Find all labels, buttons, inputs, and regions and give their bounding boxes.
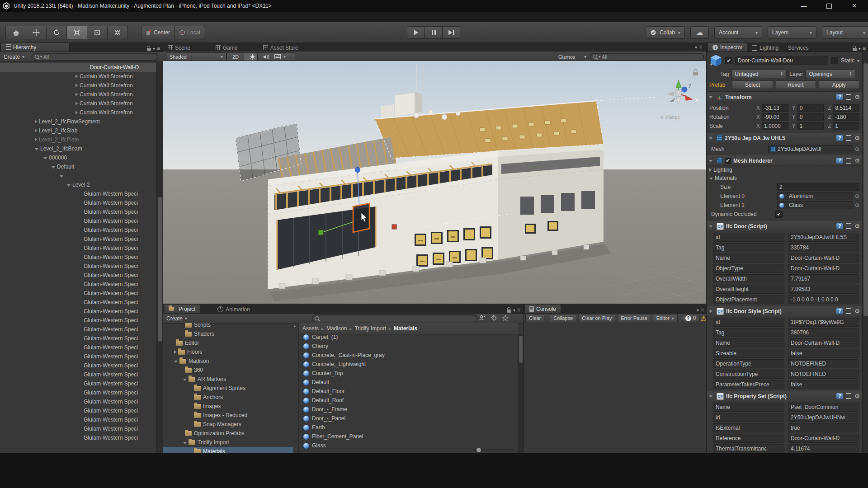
play-button[interactable] — [407, 26, 425, 39]
panel-menu-icon[interactable]: ≡ — [701, 307, 704, 313]
menu-item[interactable] — [36, 12, 45, 22]
object-picker-icon[interactable]: ⊙ — [855, 146, 859, 152]
panel-menu-icon[interactable]: ≡ — [157, 45, 160, 52]
object-picker-icon[interactable]: ⊙ — [855, 202, 859, 208]
property-label[interactable]: Reference — [713, 434, 784, 443]
hierarchy-item[interactable]: Glulam-Western Speci — [0, 253, 156, 262]
property-label[interactable]: Name — [713, 403, 784, 412]
property-label[interactable]: Tag — [713, 328, 784, 337]
property-value[interactable]: Door-Curtain-Wall-D — [788, 253, 859, 263]
gear-icon[interactable]: ⚙ — [854, 223, 860, 229]
hierarchy-item[interactable]: Level 2 — [0, 180, 156, 189]
hierarchy-search-input[interactable]: ▾ All — [32, 53, 158, 61]
property-label[interactable]: ThermalTransmittanc — [713, 444, 784, 453]
property-value[interactable]: 335784 — [788, 243, 859, 252]
property-value[interactable]: NOTDEFINED — [788, 370, 859, 379]
console-info-filter[interactable]: ? 0 — [682, 314, 700, 322]
expand-arrow-icon[interactable] — [35, 120, 37, 123]
material-object-field[interactable]: Glass — [777, 201, 853, 209]
favorites-star-icon[interactable] — [502, 315, 509, 321]
project-folder[interactable]: Editor — [163, 338, 293, 347]
property-value[interactable]: false — [788, 349, 859, 358]
prefab-revert-button[interactable]: Revert — [776, 80, 816, 89]
property-value[interactable]: 380796 — [788, 328, 859, 337]
property-label[interactable]: OverallWidth — [713, 274, 784, 283]
hierarchy-item[interactable]: Glulam-Western Speci — [0, 415, 156, 424]
property-label[interactable]: ObjectType — [713, 264, 784, 273]
foldout-arrow-icon[interactable] — [709, 160, 712, 162]
hierarchy-scrollbar[interactable] — [156, 61, 163, 453]
project-folder[interactable]: Alignment Sprites — [163, 384, 293, 393]
draw-mode-dropdown[interactable]: Shaded ▾ — [166, 52, 226, 61]
pause-button[interactable] — [425, 26, 443, 39]
console-clear-on-play-button[interactable]: Clear on Play — [578, 314, 615, 322]
menu-item[interactable] — [72, 12, 81, 22]
chevron-down-icon[interactable]: ▾ — [513, 308, 515, 313]
expand-arrow-icon[interactable] — [52, 166, 55, 169]
expand-arrow-icon[interactable] — [75, 93, 78, 96]
project-folder[interactable]: Tridify Import — [163, 438, 293, 447]
material-asset-row[interactable]: Earth — [299, 423, 518, 432]
close-button[interactable]: × — [844, 0, 864, 12]
material-asset-row[interactable]: Cherry — [299, 342, 518, 351]
dynamic-occluded-checkbox[interactable]: ✔ — [775, 211, 783, 218]
expand-arrow-icon[interactable] — [43, 157, 47, 160]
layout-dropdown[interactable]: Layout ▾ — [822, 26, 868, 39]
step-button[interactable] — [443, 26, 460, 39]
hierarchy-item[interactable]: Glulam-Western Speci — [0, 198, 156, 207]
property-label[interactable]: id — [713, 318, 784, 327]
lock-icon[interactable] — [507, 310, 511, 313]
static-checkbox[interactable] — [831, 57, 838, 64]
material-asset-row[interactable]: Concrete,_Lightweight — [299, 360, 518, 369]
breadcrumb-item[interactable]: Assets ▸ — [302, 325, 324, 332]
hierarchy-item[interactable]: Glulam-Western Speci — [0, 379, 156, 388]
material-asset-row[interactable]: Default_Roof — [299, 396, 518, 405]
hierarchy-item[interactable]: Glulam-Western Speci — [0, 298, 156, 307]
object-picker-icon[interactable]: ⊙ — [855, 193, 859, 199]
expand-arrow-icon[interactable] — [60, 175, 63, 178]
console-collapse-button[interactable]: Collapse — [550, 314, 576, 322]
property-value[interactable]: false — [788, 380, 859, 389]
menu-item[interactable] — [27, 12, 36, 22]
layers-dropdown[interactable]: Layers ▾ — [768, 26, 816, 39]
material-asset-row[interactable]: Default_Floor — [299, 387, 518, 396]
expand-arrow-icon[interactable] — [67, 184, 71, 187]
expand-arrow-icon[interactable] — [75, 102, 78, 105]
property-label[interactable]: Name — [713, 253, 784, 263]
hierarchy-item[interactable] — [0, 171, 156, 180]
expand-arrow-icon[interactable] — [75, 75, 78, 78]
help-icon[interactable]: ? — [836, 135, 843, 141]
project-folder[interactable]: Materials — [163, 447, 293, 453]
hierarchy-item[interactable]: 000000 — [0, 153, 156, 162]
hierarchy-item[interactable]: Glulam-Western Speci — [0, 406, 156, 415]
help-icon[interactable]: ? — [836, 158, 843, 164]
property-value[interactable]: Door-Curtain-Wall-D — [788, 264, 859, 273]
hierarchy-item[interactable]: Glulam-Western Speci — [0, 216, 156, 225]
chevron-down-icon[interactable]: ▾ — [859, 46, 861, 51]
gizmos-dropdown[interactable]: Gizmos ▾ — [555, 52, 590, 61]
presets-icon[interactable] — [846, 393, 851, 399]
collab-button[interactable]: Collab ▾ — [646, 26, 685, 39]
pivot-center-button[interactable]: Center — [141, 26, 175, 39]
scale-tool-button[interactable] — [67, 26, 87, 39]
gear-icon[interactable]: ⚙ — [854, 94, 860, 100]
hand-tool-button[interactable] — [5, 26, 26, 39]
z-field[interactable]: 1 — [833, 122, 859, 130]
static-dropdown-icon[interactable]: ▾ — [857, 58, 859, 63]
help-icon[interactable]: ? — [836, 223, 843, 229]
hierarchy-item[interactable]: Curtain Wall:Storefron — [0, 81, 156, 90]
foldout-arrow-icon[interactable] — [709, 96, 712, 99]
hierarchy-item[interactable]: Level_2_IfcBeam — [0, 144, 156, 153]
gear-icon[interactable]: ⚙ — [854, 135, 860, 141]
project-create-button[interactable]: Create ▾ — [163, 315, 191, 322]
inspector-scrollbar[interactable] — [862, 52, 868, 453]
hierarchy-item[interactable]: Curtain Wall:Storefron — [0, 90, 156, 99]
scene-view-tab[interactable]: Asset Store — [259, 44, 303, 52]
help-icon[interactable]: ? — [836, 308, 843, 314]
menu-item[interactable] — [54, 12, 63, 22]
console-log-area[interactable] — [524, 323, 707, 453]
active-checkbox[interactable]: ✔ — [725, 57, 732, 64]
scene-search-input[interactable]: ▾ All — [590, 53, 704, 61]
tab-hierarchy[interactable]: Hierarchy — [1, 42, 70, 52]
lock-icon[interactable] — [147, 48, 151, 51]
